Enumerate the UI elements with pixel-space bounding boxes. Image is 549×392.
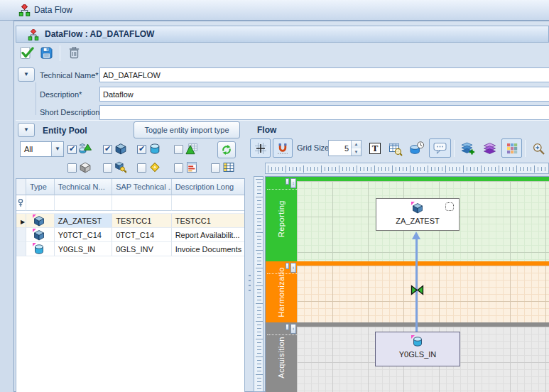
comments-button[interactable] [429, 138, 451, 158]
short-description-field[interactable] [99, 105, 549, 120]
lane-harmonization[interactable]: Harmonizatio ↕ [266, 261, 549, 322]
dso-icon[interactable] [148, 143, 161, 155]
entity-type-filter-combo[interactable]: All ▼ [20, 141, 64, 157]
technical-name-field[interactable] [99, 67, 549, 82]
filter-checkbox-infoobject[interactable] [137, 163, 146, 173]
aggregation-level-icon[interactable] [79, 161, 92, 173]
node-badge-icon [445, 202, 454, 211]
spinner-buttons[interactable]: ▲▼ [351, 141, 361, 156]
table-row[interactable]: Y0GLS_IN 0GLS_INV Invoice Documents [16, 242, 244, 256]
combo-dropdown-button[interactable]: ▼ [51, 142, 63, 156]
lane-collapse-icon[interactable] [286, 178, 289, 185]
description-long-cell[interactable]: Invoice Documents [172, 242, 244, 256]
toolbar-separator [60, 45, 60, 61]
lane-resize-icon[interactable]: ↕ [290, 324, 296, 334]
column-header-technical-name[interactable]: Technical N... [55, 179, 112, 195]
lane-resize-icon[interactable]: ↕ [290, 178, 296, 188]
query-icon[interactable] [185, 161, 198, 173]
filter-checkbox-datasource[interactable] [211, 163, 220, 173]
lane-selection-dots [267, 334, 297, 335]
infoobject-icon[interactable] [148, 161, 161, 173]
dso-icon [33, 244, 45, 255]
description-long-cell[interactable]: TESTCC1 [172, 214, 244, 228]
infosource-icon[interactable] [185, 143, 198, 155]
filter-checkbox-aggregation[interactable] [67, 163, 77, 173]
node-y0gls-in[interactable]: Y0GLS_IN [375, 332, 460, 366]
filter-checkbox-dso[interactable] [137, 145, 146, 154]
zoom-in-button[interactable] [530, 140, 548, 157]
snap-to-grid-button[interactable] [273, 138, 293, 158]
type-cell [26, 228, 55, 242]
grid-size-spinner[interactable]: ▲▼ [328, 140, 362, 156]
generate-request-button[interactable] [407, 140, 427, 157]
dso-icon [412, 336, 423, 347]
delete-button[interactable] [67, 45, 82, 60]
pane-splitter[interactable] [245, 176, 254, 392]
filter-cell-description-long[interactable] [172, 195, 244, 211]
description-long-cell[interactable]: Report Availabilit... [172, 228, 244, 242]
multiprovider-icon[interactable] [79, 143, 92, 155]
filter-checkbox-infosource[interactable] [174, 145, 183, 154]
sap-technical-name-cell[interactable]: 0GLS_INV [112, 242, 171, 256]
save-button[interactable] [39, 45, 54, 60]
grid-icon [254, 142, 267, 155]
entity-pool-title: Entity Pool [43, 126, 87, 136]
lane-resize-icon[interactable]: ↕ [290, 263, 296, 273]
column-header-sap-technical-name[interactable]: SAP Technical ... [112, 179, 171, 195]
zoom-in-icon [532, 142, 545, 156]
entity-pool-collapse-button[interactable]: ▼ [18, 123, 35, 137]
node-za-zatest[interactable]: ZA_ZATEST [376, 198, 460, 231]
filter-checkbox-query[interactable] [174, 163, 183, 173]
spin-up-icon[interactable]: ▲ [352, 141, 361, 148]
refresh-button[interactable] [217, 141, 236, 158]
dataflow-icon [18, 4, 31, 16]
add-layer-button[interactable] [458, 140, 477, 158]
column-header-description-long[interactable]: Description Long [172, 179, 244, 195]
entity-table: Type Technical N... SAP Technical ... De… [16, 178, 245, 392]
comment-icon [433, 142, 447, 154]
sap-technical-name-cell[interactable]: 0TCT_C14 [112, 228, 171, 242]
grid-size-input[interactable] [329, 141, 351, 156]
validate-button[interactable] [19, 45, 34, 60]
technical-name-cell[interactable]: Y0TCT_C14 [55, 228, 112, 242]
spin-down-icon[interactable]: ▼ [352, 148, 361, 156]
open-hub-icon[interactable] [114, 161, 127, 173]
technical-name-cell[interactable]: ZA_ZATEST [55, 214, 112, 228]
table-row[interactable]: Y0TCT_C14 0TCT_C14 Report Availabilit... [16, 228, 244, 242]
lane-selection-dots [267, 273, 297, 274]
find-entity-button[interactable] [387, 141, 404, 157]
grid-toggle-button[interactable] [250, 138, 271, 158]
form-collapse-button[interactable]: ▼ [18, 67, 35, 82]
flow-canvas[interactable]: Reporting ↕ Harmonizatio ↕ Acquisition ↕ [265, 176, 549, 392]
selected-row-indicator: ▶ [16, 214, 26, 228]
lane-collapse-controls[interactable]: ↕ [286, 324, 296, 334]
app-window: Data Flow DataFlow : AD_DATAFLOW ▼ Techn… [0, 0, 549, 392]
text-tool-button[interactable]: T [367, 141, 383, 156]
filter-cell-sap-technical-name[interactable] [112, 195, 171, 211]
toggle-entity-import-button[interactable]: Toggle entity import type [134, 121, 240, 138]
filter-checkbox-openhub[interactable] [103, 163, 112, 173]
lane-colors-button[interactable] [501, 138, 522, 158]
layers-button[interactable] [480, 140, 499, 158]
infocube-icon[interactable] [114, 143, 127, 155]
toggle-entity-import-label: Toggle entity import type [144, 126, 229, 134]
lane-collapse-icon[interactable] [286, 324, 289, 330]
lane-collapse-icon[interactable] [286, 263, 289, 269]
filter-checkbox-multiprovider[interactable] [67, 145, 77, 154]
transformation-icon[interactable] [411, 285, 424, 295]
filter-checkbox-infocube[interactable] [103, 145, 112, 154]
sap-technical-name-cell[interactable]: TESTCC1 [112, 214, 171, 228]
add-layer-icon [460, 142, 475, 156]
filter-cell-technical-name[interactable] [55, 195, 112, 211]
description-label: Description* [40, 90, 82, 99]
node-label: ZA_ZATEST [396, 217, 440, 225]
lane-collapse-controls[interactable]: ↕ [286, 178, 296, 188]
filter-cell-type[interactable] [26, 195, 55, 211]
column-header-type[interactable]: Type [26, 179, 55, 195]
datasource-icon[interactable] [222, 161, 235, 173]
lane-collapse-controls[interactable]: ↕ [286, 263, 296, 273]
table-row[interactable]: ▶ ZA_ZATEST TESTCC1 TESTCC1 [16, 214, 244, 228]
technical-name-cell[interactable]: Y0GLS_IN [55, 242, 112, 256]
description-field[interactable] [99, 87, 549, 102]
entity-type-filter-value: All [21, 142, 51, 156]
